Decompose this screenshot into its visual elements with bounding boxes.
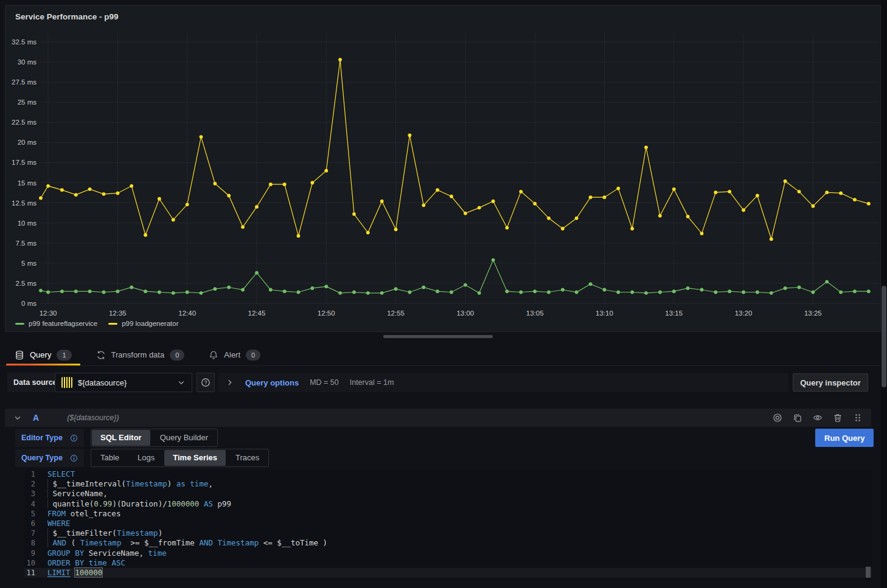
legend-color-dash <box>108 323 117 325</box>
svg-text:15 ms: 15 ms <box>18 179 37 187</box>
clickhouse-datasource-icon <box>61 377 72 388</box>
duplicate-query-icon[interactable] <box>793 413 802 423</box>
query-row-header[interactable]: A (${datasource}) <box>5 409 871 427</box>
legend-item-p99-featureflagservice[interactable]: p99 featureflagservice <box>15 320 97 327</box>
legend-color-dash <box>15 323 24 325</box>
sql-code: quantile(0.99)(Duration)/1000000 AS p99 <box>47 499 231 509</box>
sql-line-9[interactable]: 9GROUP BY ServiceName, time <box>24 548 872 558</box>
series-line-p99-featureflagservice <box>41 260 869 293</box>
sql-code: ServiceName, <box>47 489 108 499</box>
editor-type-sql-editor[interactable]: SQL Editor <box>92 430 150 446</box>
svg-text:12:50: 12:50 <box>318 310 335 317</box>
svg-text:32.5 ms: 32.5 ms <box>12 38 37 46</box>
svg-text:27.5 ms: 27.5 ms <box>12 78 37 86</box>
svg-text:12:40: 12:40 <box>178 310 196 317</box>
tab-count-badge: 0 <box>246 350 260 361</box>
query-type-traces[interactable]: Traces <box>226 449 268 466</box>
svg-text:17.5 ms: 17.5 ms <box>12 159 37 166</box>
sql-code: SELECT <box>47 469 75 479</box>
tab-label: Alert <box>224 350 240 359</box>
editor-type-query-builder[interactable]: Query Builder <box>151 429 217 446</box>
panel-title[interactable]: Service Performance - p99 <box>15 12 119 21</box>
timeseries-chart[interactable]: 0 ms2.5 ms5 ms7.5 ms10 ms12.5 ms15 ms17.… <box>5 5 880 331</box>
sql-line-7[interactable]: 7 $__timeFilter(Timestamp) <box>24 528 872 538</box>
run-query-button[interactable]: Run Query <box>815 429 874 447</box>
remove-query-trash-icon[interactable] <box>833 413 843 423</box>
svg-text:10 ms: 10 ms <box>18 220 37 227</box>
query-options-interval: Interval = 1m <box>350 378 394 387</box>
sql-code-editor[interactable]: 1SELECT2 $__timeInterval(Timestamp) as t… <box>24 469 872 581</box>
query-options-toggle[interactable]: Query options MD = 50 Interval = 1m <box>218 373 788 392</box>
tab-count-badge: 0 <box>170 350 184 361</box>
query-datasource-hint: (${datasource}) <box>67 413 119 422</box>
line-number: 1 <box>24 469 47 479</box>
query-type-logs[interactable]: Logs <box>128 449 164 466</box>
query-inspector-button[interactable]: Query inspector <box>793 373 868 392</box>
sql-line-4[interactable]: 4 quantile(0.99)(Duration)/1000000 AS p9… <box>24 499 872 509</box>
svg-text:20 ms: 20 ms <box>18 139 37 146</box>
datasource-picker[interactable]: ${datasource} <box>55 373 192 392</box>
sql-line-5[interactable]: 5FROM otel_traces <box>24 509 872 519</box>
sql-line-8[interactable]: 8 AND ( Timestamp >= $__fromTime AND Tim… <box>24 538 872 548</box>
query-type-label: Query Type <box>21 454 63 462</box>
editor-tab-bar: Query1Transform data0Alert0 <box>5 344 270 365</box>
svg-text:13:25: 13:25 <box>804 310 822 317</box>
disable-query-icon[interactable] <box>773 413 782 423</box>
sql-code: ORDER BY time ASC <box>47 558 125 568</box>
sql-line-11[interactable]: 11LIMIT 100000 <box>24 568 872 578</box>
sql-code: AND ( Timestamp >= $__fromTime AND Times… <box>47 538 327 548</box>
query-type-table[interactable]: Table <box>91 449 128 466</box>
line-number: 4 <box>24 499 47 509</box>
grafana-panel-editor: { "panel": { "title": "Service Performan… <box>0 0 887 588</box>
datasource-help-button[interactable]: ? <box>197 373 215 392</box>
timeseries-panel: 0 ms2.5 ms5 ms7.5 ms10 ms12.5 ms15 ms17.… <box>5 5 881 332</box>
datasource-value: ${datasource} <box>78 378 127 387</box>
info-icon[interactable] <box>70 454 78 462</box>
svg-text:30 ms: 30 ms <box>18 58 37 66</box>
editor-scrollbar-thumb[interactable] <box>866 567 871 578</box>
page-scrollbar-track[interactable] <box>881 0 887 588</box>
legend-item-p99-loadgenerator[interactable]: p99 loadgenerator <box>108 320 178 327</box>
sql-code: $__timeFilter(Timestamp) <box>47 528 162 538</box>
drag-handle-icon[interactable] <box>853 413 863 423</box>
svg-text:12:30: 12:30 <box>40 310 57 317</box>
sql-line-6[interactable]: 6WHERE <box>24 519 872 528</box>
sql-code: WHERE <box>47 519 71 528</box>
datasource-bar: Data source ${datasource} ? Query option… <box>0 373 887 392</box>
chevron-right-icon <box>226 378 234 387</box>
line-number: 11 <box>24 568 47 578</box>
sql-line-2[interactable]: 2 $__timeInterval(Timestamp) as time, <box>24 479 872 489</box>
collapse-chevron-icon[interactable] <box>13 413 22 422</box>
sql-line-10[interactable]: 10ORDER BY time ASC <box>24 558 872 568</box>
line-number: 8 <box>24 538 47 548</box>
svg-text:13:00: 13:00 <box>456 310 474 317</box>
horizontal-scrollbar-thumb[interactable] <box>383 335 493 338</box>
svg-text:12:35: 12:35 <box>109 310 127 317</box>
line-number: 9 <box>24 548 47 558</box>
page-scrollbar-thumb[interactable] <box>882 286 886 387</box>
svg-text:?: ? <box>204 379 207 386</box>
editor-type-switch: SQL EditorQuery Builder <box>91 429 218 447</box>
tab-transform-data[interactable]: Transform data0 <box>86 344 195 365</box>
sql-line-1[interactable]: 1SELECT <box>24 469 872 479</box>
svg-text:0 ms: 0 ms <box>21 300 37 307</box>
sql-line-3[interactable]: 3 ServiceName, <box>24 489 872 499</box>
svg-text:13:15: 13:15 <box>665 310 683 317</box>
editor-type-row: Editor Type SQL EditorQuery Builder <box>15 429 218 447</box>
line-number: 10 <box>24 558 47 568</box>
query-ref-id[interactable]: A <box>33 413 39 423</box>
line-number: 5 <box>24 509 47 519</box>
chevron-down-icon <box>177 378 186 387</box>
tab-count-badge: 1 <box>57 350 71 361</box>
chart-legend: p99 featureflagservicep99 loadgenerator <box>15 320 179 327</box>
tab-label: Query <box>30 350 51 359</box>
info-icon[interactable] <box>70 434 78 442</box>
transform-icon <box>96 350 106 360</box>
query-actions <box>773 413 863 423</box>
query-type-time-series[interactable]: Time Series <box>164 450 226 466</box>
tab-query[interactable]: Query1 <box>5 344 82 365</box>
query-options-md: MD = 50 <box>310 378 339 387</box>
line-number: 2 <box>24 479 47 489</box>
hide-response-eye-icon[interactable] <box>813 413 823 423</box>
tab-alert[interactable]: Alert0 <box>199 344 270 365</box>
